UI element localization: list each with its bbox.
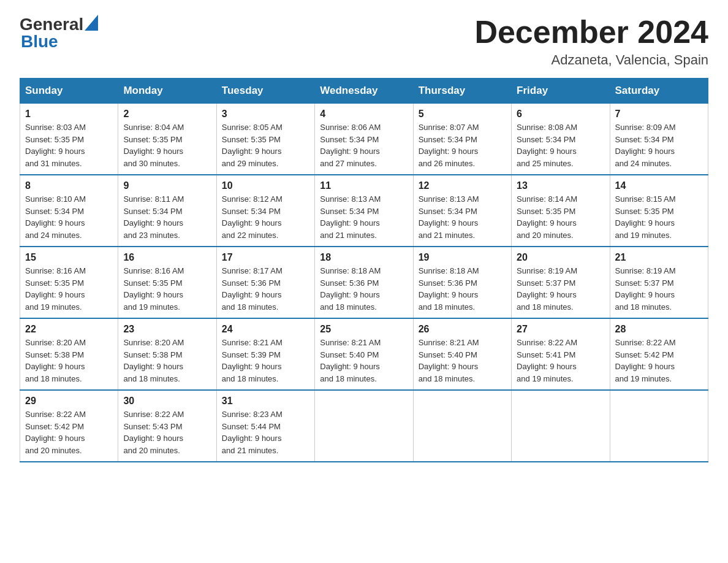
day-number: 31 bbox=[222, 396, 309, 407]
table-row: 8Sunrise: 8:10 AMSunset: 5:34 PMDaylight… bbox=[20, 175, 118, 247]
day-info: Sunrise: 8:12 AMSunset: 5:34 PMDaylight:… bbox=[222, 193, 309, 241]
day-info: Sunrise: 8:18 AMSunset: 5:36 PMDaylight:… bbox=[320, 265, 408, 313]
day-info: Sunrise: 8:20 AMSunset: 5:38 PMDaylight:… bbox=[25, 337, 113, 385]
table-row: 23Sunrise: 8:20 AMSunset: 5:38 PMDayligh… bbox=[118, 318, 216, 390]
title-area: December 2024 Adzaneta, Valencia, Spain bbox=[474, 15, 708, 68]
table-row: 14Sunrise: 8:15 AMSunset: 5:35 PMDayligh… bbox=[610, 175, 708, 247]
day-info: Sunrise: 8:17 AMSunset: 5:36 PMDaylight:… bbox=[222, 265, 309, 313]
table-row: 9Sunrise: 8:11 AMSunset: 5:34 PMDaylight… bbox=[118, 175, 216, 247]
header-wednesday: Wednesday bbox=[315, 79, 413, 104]
day-info: Sunrise: 8:21 AMSunset: 5:39 PMDaylight:… bbox=[222, 337, 309, 385]
day-info: Sunrise: 8:09 AMSunset: 5:34 PMDaylight:… bbox=[615, 121, 703, 169]
calendar-week-row: 8Sunrise: 8:10 AMSunset: 5:34 PMDaylight… bbox=[20, 175, 708, 247]
day-number: 29 bbox=[25, 396, 113, 407]
day-number: 26 bbox=[419, 324, 506, 335]
header-saturday: Saturday bbox=[610, 79, 708, 104]
table-row bbox=[413, 390, 511, 462]
calendar-week-row: 29Sunrise: 8:22 AMSunset: 5:42 PMDayligh… bbox=[20, 390, 708, 462]
day-info: Sunrise: 8:22 AMSunset: 5:41 PMDaylight:… bbox=[517, 337, 604, 385]
day-number: 2 bbox=[123, 109, 211, 120]
table-row: 20Sunrise: 8:19 AMSunset: 5:37 PMDayligh… bbox=[512, 247, 610, 318]
day-info: Sunrise: 8:20 AMSunset: 5:38 PMDaylight:… bbox=[123, 337, 211, 385]
table-row: 29Sunrise: 8:22 AMSunset: 5:42 PMDayligh… bbox=[20, 390, 118, 462]
table-row: 24Sunrise: 8:21 AMSunset: 5:39 PMDayligh… bbox=[216, 318, 314, 390]
calendar-week-row: 1Sunrise: 8:03 AMSunset: 5:35 PMDaylight… bbox=[20, 104, 708, 175]
calendar-header: Sunday Monday Tuesday Wednesday Thursday… bbox=[20, 79, 708, 104]
day-info: Sunrise: 8:06 AMSunset: 5:34 PMDaylight:… bbox=[320, 121, 408, 169]
day-info: Sunrise: 8:22 AMSunset: 5:42 PMDaylight:… bbox=[25, 408, 113, 456]
day-info: Sunrise: 8:04 AMSunset: 5:35 PMDaylight:… bbox=[123, 121, 211, 169]
day-info: Sunrise: 8:21 AMSunset: 5:40 PMDaylight:… bbox=[419, 337, 506, 385]
day-info: Sunrise: 8:23 AMSunset: 5:44 PMDaylight:… bbox=[222, 408, 309, 456]
table-row: 12Sunrise: 8:13 AMSunset: 5:34 PMDayligh… bbox=[413, 175, 511, 247]
day-info: Sunrise: 8:13 AMSunset: 5:34 PMDaylight:… bbox=[320, 193, 408, 241]
calendar-table: Sunday Monday Tuesday Wednesday Thursday… bbox=[20, 78, 708, 462]
calendar-week-row: 15Sunrise: 8:16 AMSunset: 5:35 PMDayligh… bbox=[20, 247, 708, 318]
day-info: Sunrise: 8:05 AMSunset: 5:35 PMDaylight:… bbox=[222, 121, 309, 169]
header-tuesday: Tuesday bbox=[216, 79, 314, 104]
day-info: Sunrise: 8:11 AMSunset: 5:34 PMDaylight:… bbox=[123, 193, 211, 241]
day-number: 30 bbox=[123, 396, 211, 407]
day-info: Sunrise: 8:08 AMSunset: 5:34 PMDaylight:… bbox=[517, 121, 604, 169]
day-number: 22 bbox=[25, 324, 113, 335]
header-sunday: Sunday bbox=[20, 79, 118, 104]
svg-marker-0 bbox=[85, 15, 98, 31]
day-info: Sunrise: 8:07 AMSunset: 5:34 PMDaylight:… bbox=[419, 121, 506, 169]
calendar-body: 1Sunrise: 8:03 AMSunset: 5:35 PMDaylight… bbox=[20, 104, 708, 462]
day-info: Sunrise: 8:21 AMSunset: 5:40 PMDaylight:… bbox=[320, 337, 408, 385]
day-number: 1 bbox=[25, 109, 113, 120]
day-number: 17 bbox=[222, 252, 309, 263]
header-monday: Monday bbox=[118, 79, 216, 104]
day-number: 8 bbox=[25, 180, 113, 191]
table-row bbox=[512, 390, 610, 462]
day-number: 20 bbox=[517, 252, 604, 263]
day-info: Sunrise: 8:03 AMSunset: 5:35 PMDaylight:… bbox=[25, 121, 113, 169]
table-row: 26Sunrise: 8:21 AMSunset: 5:40 PMDayligh… bbox=[413, 318, 511, 390]
day-number: 5 bbox=[419, 109, 506, 120]
day-info: Sunrise: 8:13 AMSunset: 5:34 PMDaylight:… bbox=[419, 193, 506, 241]
table-row: 11Sunrise: 8:13 AMSunset: 5:34 PMDayligh… bbox=[315, 175, 413, 247]
table-row: 4Sunrise: 8:06 AMSunset: 5:34 PMDaylight… bbox=[315, 104, 413, 175]
day-number: 4 bbox=[320, 109, 408, 120]
table-row: 25Sunrise: 8:21 AMSunset: 5:40 PMDayligh… bbox=[315, 318, 413, 390]
day-number: 12 bbox=[419, 180, 506, 191]
day-info: Sunrise: 8:16 AMSunset: 5:35 PMDaylight:… bbox=[123, 265, 211, 313]
day-info: Sunrise: 8:22 AMSunset: 5:43 PMDaylight:… bbox=[123, 408, 211, 456]
day-info: Sunrise: 8:19 AMSunset: 5:37 PMDaylight:… bbox=[615, 265, 703, 313]
day-number: 21 bbox=[615, 252, 703, 263]
day-number: 10 bbox=[222, 180, 309, 191]
day-number: 14 bbox=[615, 180, 703, 191]
day-number: 7 bbox=[615, 109, 703, 120]
day-info: Sunrise: 8:19 AMSunset: 5:37 PMDaylight:… bbox=[517, 265, 604, 313]
table-row: 28Sunrise: 8:22 AMSunset: 5:42 PMDayligh… bbox=[610, 318, 708, 390]
table-row bbox=[610, 390, 708, 462]
table-row: 10Sunrise: 8:12 AMSunset: 5:34 PMDayligh… bbox=[216, 175, 314, 247]
table-row: 15Sunrise: 8:16 AMSunset: 5:35 PMDayligh… bbox=[20, 247, 118, 318]
day-number: 18 bbox=[320, 252, 408, 263]
table-row bbox=[315, 390, 413, 462]
day-number: 19 bbox=[419, 252, 506, 263]
day-number: 23 bbox=[123, 324, 211, 335]
month-title: December 2024 bbox=[474, 15, 708, 50]
table-row: 2Sunrise: 8:04 AMSunset: 5:35 PMDaylight… bbox=[118, 104, 216, 175]
day-info: Sunrise: 8:18 AMSunset: 5:36 PMDaylight:… bbox=[419, 265, 506, 313]
table-row: 18Sunrise: 8:18 AMSunset: 5:36 PMDayligh… bbox=[315, 247, 413, 318]
table-row: 1Sunrise: 8:03 AMSunset: 5:35 PMDaylight… bbox=[20, 104, 118, 175]
day-number: 27 bbox=[517, 324, 604, 335]
day-number: 28 bbox=[615, 324, 703, 335]
day-number: 6 bbox=[517, 109, 604, 120]
day-info: Sunrise: 8:10 AMSunset: 5:34 PMDaylight:… bbox=[25, 193, 113, 241]
table-row: 7Sunrise: 8:09 AMSunset: 5:34 PMDaylight… bbox=[610, 104, 708, 175]
day-number: 16 bbox=[123, 252, 211, 263]
table-row: 19Sunrise: 8:18 AMSunset: 5:36 PMDayligh… bbox=[413, 247, 511, 318]
header-row: Sunday Monday Tuesday Wednesday Thursday… bbox=[20, 79, 708, 104]
table-row: 30Sunrise: 8:22 AMSunset: 5:43 PMDayligh… bbox=[118, 390, 216, 462]
header-friday: Friday bbox=[512, 79, 610, 104]
day-number: 3 bbox=[222, 109, 309, 120]
day-info: Sunrise: 8:22 AMSunset: 5:42 PMDaylight:… bbox=[615, 337, 703, 385]
table-row: 13Sunrise: 8:14 AMSunset: 5:35 PMDayligh… bbox=[512, 175, 610, 247]
table-row: 21Sunrise: 8:19 AMSunset: 5:37 PMDayligh… bbox=[610, 247, 708, 318]
logo: General Blue bbox=[20, 15, 98, 52]
table-row: 31Sunrise: 8:23 AMSunset: 5:44 PMDayligh… bbox=[216, 390, 314, 462]
day-number: 15 bbox=[25, 252, 113, 263]
